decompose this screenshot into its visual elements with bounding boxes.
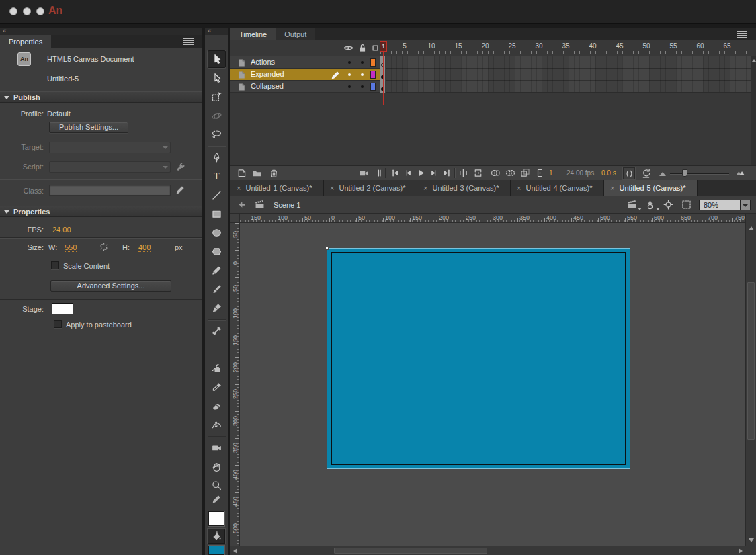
- slider-thumb[interactable]: [682, 169, 687, 177]
- bone-tool[interactable]: [208, 322, 226, 339]
- tab-timeline[interactable]: Timeline: [230, 28, 276, 40]
- onion-skin-outlines-button[interactable]: [505, 167, 517, 179]
- zoom-out-frames-icon[interactable]: [659, 172, 666, 176]
- pen-tool[interactable]: [208, 148, 226, 166]
- document-tab-2[interactable]: ×Untitled-2 (Canvas)*: [324, 180, 417, 196]
- layer-lock-dot[interactable]: [361, 85, 364, 88]
- width-tool[interactable]: [208, 416, 226, 433]
- layer-lock-dot[interactable]: [361, 61, 364, 64]
- panel-menu-icon[interactable]: [183, 38, 194, 46]
- window-close-button[interactable]: [9, 7, 17, 15]
- close-tab-icon[interactable]: ×: [610, 184, 614, 192]
- show-hide-all-layers-icon[interactable]: [343, 42, 353, 53]
- line-tool[interactable]: [208, 186, 226, 204]
- document-tab-4[interactable]: ×Untitled-4 (Canvas)*: [511, 180, 604, 196]
- pencil-tool[interactable]: [208, 261, 226, 279]
- layer-name[interactable]: Actions: [251, 58, 275, 66]
- height-value[interactable]: 400: [138, 243, 151, 252]
- collapse-to-icons-button[interactable]: «: [208, 27, 211, 34]
- frame-ruler-ticks[interactable]: [380, 51, 751, 54]
- scroll-left-icon[interactable]: [233, 548, 237, 554]
- zoom-in-frames-icon[interactable]: [734, 167, 747, 179]
- new-layer-button[interactable]: [236, 167, 248, 179]
- layer-outline-color-swatch[interactable]: [370, 71, 376, 79]
- frames-grid[interactable]: [380, 56, 751, 93]
- free-transform-tool[interactable]: [208, 88, 226, 105]
- link-broken-icon[interactable]: [98, 241, 110, 253]
- tab-output[interactable]: Output: [276, 28, 315, 40]
- window-minimize-button[interactable]: [23, 7, 31, 15]
- loop-playback-button[interactable]: [472, 167, 485, 179]
- pasteboard[interactable]: [240, 223, 745, 546]
- panel-menu-icon[interactable]: [737, 31, 747, 38]
- publish-settings-button[interactable]: Publish Settings...: [49, 122, 128, 133]
- polystar-tool[interactable]: [208, 243, 226, 260]
- camera-toggle-button[interactable]: [358, 167, 370, 179]
- selection-tool[interactable]: [208, 50, 226, 68]
- hand-tool[interactable]: [208, 458, 226, 475]
- fill-color-button[interactable]: [208, 529, 225, 544]
- edit-pencil-icon[interactable]: [175, 184, 186, 196]
- frame-view-button[interactable]: [623, 167, 635, 179]
- go-to-first-frame-button[interactable]: [390, 167, 402, 179]
- document-tab-1[interactable]: ×Untitled-1 (Canvas)*: [230, 180, 324, 196]
- close-tab-icon[interactable]: ×: [517, 184, 521, 192]
- layer-row-actions[interactable]: Actions: [230, 56, 380, 69]
- zoom-level-input[interactable]: 80%: [699, 200, 741, 210]
- window-zoom-button[interactable]: [36, 7, 44, 15]
- stroke-color-swatch[interactable]: [208, 511, 224, 526]
- ink-bottle-tool[interactable]: [208, 359, 226, 377]
- wrench-icon[interactable]: [175, 161, 187, 173]
- edit-multiple-frames-button[interactable]: [519, 167, 532, 179]
- horizontal-scrollbar-thumb[interactable]: [334, 548, 487, 554]
- tab-properties[interactable]: Properties: [0, 35, 51, 48]
- go-to-last-frame-button[interactable]: [441, 167, 453, 179]
- modify-markers-button[interactable]: [534, 167, 546, 179]
- lock-all-layers-icon[interactable]: [357, 42, 368, 53]
- properties-section-header[interactable]: Properties: [0, 206, 202, 217]
- back-arrow-icon[interactable]: [236, 199, 248, 211]
- horizontal-scrollbar[interactable]: [230, 546, 756, 555]
- reset-timeline-zoom-button[interactable]: [640, 167, 653, 179]
- lasso-tool[interactable]: [208, 126, 226, 143]
- show-hide-layers-depth-icon[interactable]: [374, 167, 386, 179]
- scroll-up-icon[interactable]: [752, 59, 756, 62]
- target-dropdown[interactable]: [49, 142, 171, 153]
- vertical-scrollbar-thumb[interactable]: [747, 282, 755, 440]
- document-tab-3[interactable]: ×Untitled-3 (Canvas)*: [417, 180, 511, 196]
- step-forward-button[interactable]: [428, 167, 440, 179]
- layer-lock-dot[interactable]: [361, 73, 364, 76]
- camera-tool[interactable]: [208, 439, 226, 456]
- new-folder-button[interactable]: [251, 167, 263, 179]
- onion-skin-button[interactable]: [490, 167, 502, 179]
- script-dropdown[interactable]: [49, 161, 171, 173]
- document-tab-5[interactable]: ×Untitled-5 (Canvas)*: [604, 180, 698, 196]
- zoom-tool[interactable]: [208, 476, 226, 494]
- paint-brush-tool[interactable]: [208, 299, 226, 316]
- timeline-scrollbar[interactable]: [751, 56, 756, 165]
- advanced-settings-button[interactable]: Advanced Settings...: [50, 280, 171, 292]
- subselection-tool[interactable]: [208, 69, 226, 87]
- oval-tool[interactable]: [208, 224, 226, 241]
- frame-rate-indicator[interactable]: 24.00 fps: [566, 169, 594, 177]
- play-button[interactable]: [415, 167, 427, 179]
- collapse-to-icons-button[interactable]: «: [3, 27, 6, 34]
- timeline-zoom-slider[interactable]: [670, 167, 729, 179]
- close-tab-icon[interactable]: ×: [423, 184, 427, 192]
- clip-to-stage-button[interactable]: [681, 199, 693, 211]
- current-frame-indicator[interactable]: 1: [549, 169, 553, 177]
- vertical-scrollbar[interactable]: [745, 223, 756, 546]
- playhead[interactable]: 1: [380, 41, 387, 52]
- apply-to-pasteboard-checkbox[interactable]: [54, 320, 62, 328]
- close-tab-icon[interactable]: ×: [237, 184, 241, 192]
- edit-scene-button[interactable]: [626, 199, 638, 211]
- scale-content-checkbox[interactable]: [51, 261, 59, 269]
- layer-name[interactable]: Expanded: [251, 70, 284, 78]
- document-name[interactable]: Untitled-5: [47, 75, 79, 83]
- layer-visibility-dot[interactable]: [348, 85, 351, 88]
- center-frame-button[interactable]: [458, 167, 470, 179]
- class-input[interactable]: [49, 185, 171, 196]
- layer-row-collapsed[interactable]: Collapsed: [230, 81, 380, 93]
- text-tool[interactable]: T: [208, 167, 226, 185]
- rectangle-tool[interactable]: [208, 205, 226, 222]
